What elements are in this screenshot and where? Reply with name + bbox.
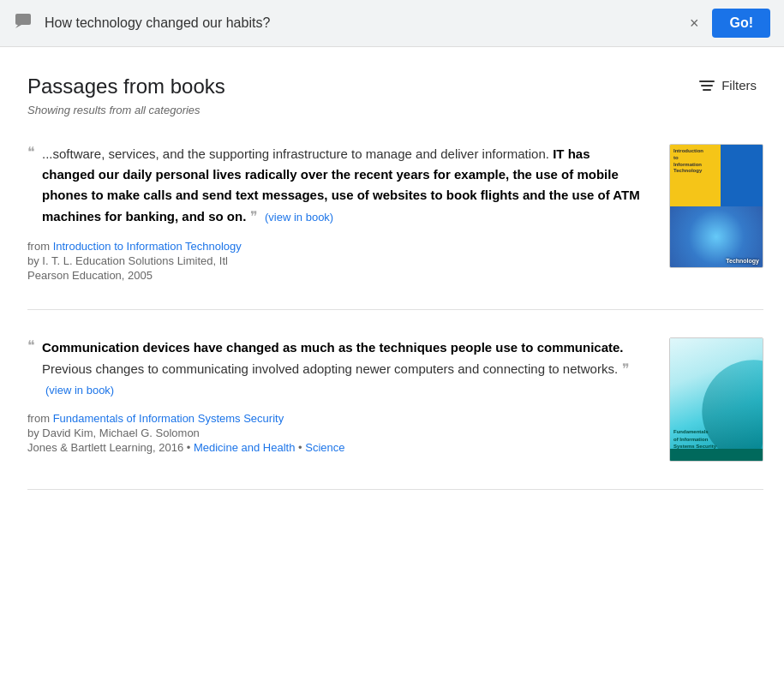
book-cover-label-1: Technology [726, 258, 759, 264]
book-cover-2: Fundamentalsof InformationSystems Securi… [669, 337, 763, 462]
bullet-1: • [187, 441, 194, 454]
from-label-1: from [27, 240, 50, 253]
passage-text-wrapper-2: ❝ Communication devices have changed as … [27, 337, 640, 401]
passage-2-from-line: from Fundamentals of Information Systems… [27, 412, 640, 425]
view-in-book-link-2[interactable]: (view in book) [45, 384, 114, 397]
from-label-2: from [27, 412, 50, 425]
passage-left: ❝ ...software, services, and the support… [27, 144, 640, 282]
filters-label: Filters [721, 78, 757, 92]
svg-rect-0 [15, 14, 31, 25]
subtitle: Showing results from all categories [27, 104, 763, 116]
book-thumbnail-1: IntroductiontoInformationTechnology Tech… [661, 144, 763, 282]
passage-card: ❝ ...software, services, and the support… [27, 144, 763, 282]
passage-card-2: ❝ Communication devices have changed as … [27, 337, 763, 462]
book-title-link-1[interactable]: Introduction to Information Technology [53, 240, 242, 253]
passage-meta-2: from Fundamentals of Information Systems… [27, 412, 640, 454]
right-quote-mark-1: ❞ [246, 209, 257, 224]
header-row: Passages from books Filters [27, 75, 763, 98]
passage-1-from-line: from Introduction to Information Technol… [27, 240, 640, 253]
publisher-line-1: Pearson Education, 2005 [27, 269, 640, 282]
book-cover-1: IntroductiontoInformationTechnology Tech… [669, 144, 763, 268]
search-clear-button[interactable]: × [686, 11, 703, 36]
filters-button[interactable]: Filters [692, 75, 763, 96]
divider-2 [27, 489, 763, 490]
book-cover-bottom-1: Technology [670, 206, 763, 268]
passage-text-2: Communication devices have changed as mu… [42, 337, 640, 401]
book-title-link-2[interactable]: Fundamentals of Information Systems Secu… [53, 412, 284, 425]
divider-1 [27, 309, 763, 310]
search-bar: × Go! [0, 0, 784, 47]
search-input[interactable] [45, 15, 676, 31]
passage-2-regular: Previous changes to communicating involv… [42, 361, 618, 376]
left-quote-mark-2: ❝ [27, 337, 35, 354]
passage-text-wrapper: ❝ ...software, services, and the support… [27, 144, 640, 228]
passage-meta-1: from Introduction to Information Technol… [27, 240, 640, 282]
main-content: Passages from books Filters Showing resu… [0, 47, 784, 538]
filters-icon [699, 81, 715, 91]
by-line-1: by I. T. L. Education Solutions Limited,… [27, 254, 640, 267]
publisher-line-2: Jones & Bartlett Learning, 2016 • Medici… [27, 441, 640, 454]
page-title: Passages from books [27, 75, 225, 98]
book-thumbnail-2: Fundamentalsof InformationSystems Securi… [661, 337, 763, 462]
book-cover-bar-2 [670, 449, 763, 461]
by-line-2: by David Kim, Michael G. Solomon [27, 427, 640, 439]
passage-text-1: ...software, services, and the supportin… [42, 144, 640, 228]
book-cover-text-2: Fundamentalsof InformationSystems Securi… [673, 428, 716, 450]
svg-marker-1 [15, 25, 21, 28]
book-cover-top-text-1: IntroductiontoInformationTechnology [673, 148, 703, 175]
right-quote-mark-2: ❞ [618, 361, 629, 376]
left-quote-mark: ❝ [27, 144, 35, 160]
book-cover-top-1: IntroductiontoInformationTechnology [670, 145, 763, 206]
view-in-book-link-1[interactable]: (view in book) [265, 211, 333, 224]
passage-1-intro: ...software, services, and the supportin… [42, 146, 553, 161]
publisher-name-2: Jones & Bartlett Learning, 2016 [27, 441, 183, 454]
category-2-link[interactable]: Science [305, 441, 344, 454]
search-go-button[interactable]: Go! [712, 9, 770, 38]
passage-left-2: ❝ Communication devices have changed as … [27, 337, 640, 462]
chat-bubble-icon [14, 11, 34, 36]
category-1-link[interactable]: Medicine and Health [194, 441, 296, 454]
passage-2-bold: Communication devices have changed as mu… [42, 340, 624, 355]
